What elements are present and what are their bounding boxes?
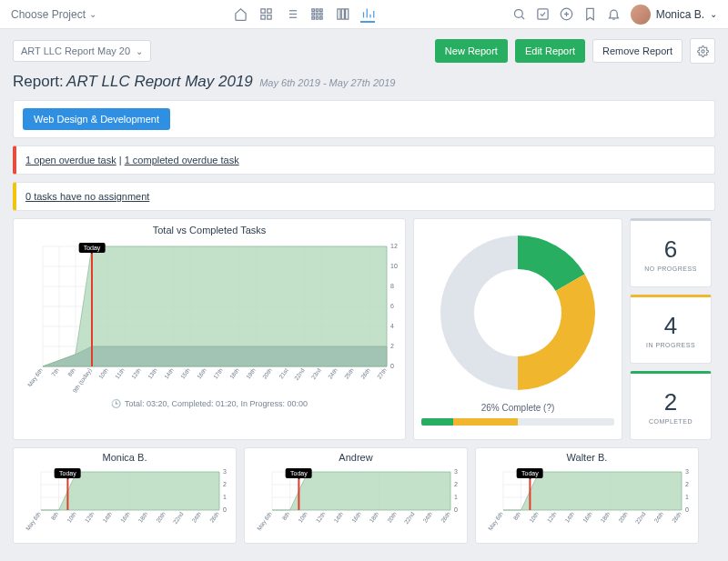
svg-text:23rd: 23rd xyxy=(310,366,322,380)
user-menu[interactable]: Monica B. ⌄ xyxy=(631,5,717,25)
svg-text:14th: 14th xyxy=(332,510,344,524)
svg-text:0: 0 xyxy=(454,506,458,513)
svg-text:12: 12 xyxy=(390,243,398,249)
today-badge: Today xyxy=(55,468,81,478)
chart-icon[interactable] xyxy=(360,8,375,23)
chart-footer: 🕒Total: 03:20, Completed: 01:20, In Prog… xyxy=(21,399,398,408)
report-title: Report: ART LLC Report May 2019 May 6th … xyxy=(13,73,715,91)
toolbar: ART LLC Report May 20 ⌄ New Report Edit … xyxy=(13,38,715,64)
svg-text:8th: 8th xyxy=(511,510,521,521)
no-assignment-link[interactable]: 0 tasks have no assignment xyxy=(25,191,149,202)
remove-report-button[interactable]: Remove Report xyxy=(592,39,682,63)
bookmark-icon[interactable] xyxy=(583,7,598,22)
svg-text:1: 1 xyxy=(685,494,689,500)
home-icon[interactable] xyxy=(233,7,248,22)
new-report-button[interactable]: New Report xyxy=(435,39,508,63)
svg-rect-14 xyxy=(316,13,318,15)
svg-text:17th: 17th xyxy=(212,366,224,380)
columns-icon[interactable] xyxy=(335,7,349,22)
svg-text:3: 3 xyxy=(454,468,458,475)
svg-text:8th: 8th xyxy=(280,510,290,521)
list-icon[interactable] xyxy=(284,7,298,22)
chevron-down-icon: ⌄ xyxy=(89,9,96,19)
svg-text:18th: 18th xyxy=(599,510,611,524)
person-card: Monica B. 0123May 6th8th10th12th14th16th… xyxy=(13,447,237,544)
svg-text:24th: 24th xyxy=(421,510,433,524)
plus-icon[interactable] xyxy=(560,7,574,22)
svg-text:10: 10 xyxy=(390,263,398,269)
user-name: Monica B. xyxy=(656,8,704,21)
bell-icon[interactable] xyxy=(607,7,622,22)
svg-rect-2 xyxy=(261,15,265,19)
svg-text:2: 2 xyxy=(223,481,227,487)
svg-text:26th: 26th xyxy=(671,510,682,524)
svg-text:22nd: 22nd xyxy=(634,510,647,525)
svg-text:May 6th: May 6th xyxy=(25,510,43,532)
svg-text:13th: 13th xyxy=(147,366,158,380)
svg-rect-10 xyxy=(312,9,315,12)
people-row: Monica B. 0123May 6th8th10th12th14th16th… xyxy=(13,447,715,544)
svg-text:10th: 10th xyxy=(528,510,540,524)
svg-text:3: 3 xyxy=(223,468,227,475)
svg-text:18th: 18th xyxy=(368,510,379,524)
today-badge: Today xyxy=(517,468,543,478)
svg-text:3: 3 xyxy=(685,468,689,475)
svg-text:16th: 16th xyxy=(119,510,131,524)
gear-icon xyxy=(697,45,709,57)
svg-rect-3 xyxy=(268,15,271,19)
svg-text:18th: 18th xyxy=(136,510,148,524)
svg-text:12th: 12th xyxy=(84,510,96,524)
project-selector[interactable]: Choose Project ⌄ xyxy=(11,8,96,21)
svg-text:0: 0 xyxy=(223,506,227,513)
stat-card: 6 NO PROGRESS xyxy=(630,218,712,287)
no-assignment-alert: 0 tasks have no assignment xyxy=(13,182,715,211)
completion-donut: 26% Complete (?) xyxy=(413,218,622,440)
stat-number: 2 xyxy=(664,388,677,416)
svg-rect-15 xyxy=(319,13,322,15)
stats-column: 6 NO PROGRESS4 IN PROGRESS2 COMPLETED xyxy=(630,218,712,440)
stat-label: COMPLETED xyxy=(649,418,693,425)
svg-text:24th: 24th xyxy=(327,366,339,380)
svg-rect-20 xyxy=(341,9,344,19)
project-selector-label: Choose Project xyxy=(11,8,86,21)
filter-chip[interactable]: Web Design & Development xyxy=(23,108,170,130)
svg-rect-21 xyxy=(345,9,348,19)
svg-text:20th: 20th xyxy=(261,366,273,380)
svg-rect-11 xyxy=(316,9,318,12)
svg-text:10th: 10th xyxy=(66,510,77,524)
svg-text:14th: 14th xyxy=(563,510,575,524)
svg-text:20th: 20th xyxy=(617,510,629,524)
overdue-open-link[interactable]: 1 open overdue task xyxy=(25,155,116,165)
svg-text:12th: 12th xyxy=(315,510,327,524)
person-card: Andrew 0123May 6th8th10th12th14th16th18t… xyxy=(244,447,468,544)
svg-text:18th: 18th xyxy=(228,366,240,380)
settings-button[interactable] xyxy=(690,38,715,64)
report-selector-label: ART LLC Report May 20 xyxy=(21,45,130,56)
check-icon[interactable] xyxy=(536,7,551,22)
svg-text:24th: 24th xyxy=(190,510,202,524)
svg-text:21st: 21st xyxy=(278,366,289,379)
svg-text:4: 4 xyxy=(390,323,394,329)
svg-text:8th: 8th xyxy=(49,510,59,521)
report-selector[interactable]: ART LLC Report May 20 ⌄ xyxy=(13,40,151,62)
grid2-icon[interactable] xyxy=(309,7,324,22)
edit-report-button[interactable]: Edit Report xyxy=(515,39,585,63)
svg-text:May 6th: May 6th xyxy=(256,510,274,532)
svg-text:2: 2 xyxy=(685,481,689,487)
search-icon[interactable] xyxy=(512,7,527,22)
donut-progress-bar xyxy=(421,418,614,426)
person-name: Walter B. xyxy=(481,452,693,463)
svg-text:22nd: 22nd xyxy=(403,510,416,525)
svg-rect-28 xyxy=(538,9,548,19)
stat-number: 6 xyxy=(664,235,677,264)
svg-text:16th: 16th xyxy=(350,510,362,524)
svg-text:22nd: 22nd xyxy=(293,366,306,381)
clock-icon: 🕒 xyxy=(111,399,121,408)
svg-text:26th: 26th xyxy=(208,510,220,524)
grid-icon[interactable] xyxy=(258,7,273,22)
title-prefix: Report: xyxy=(13,73,64,90)
overdue-completed-link[interactable]: 1 completed overdue task xyxy=(125,155,239,165)
donut-caption: 26% Complete (?) xyxy=(481,403,555,413)
svg-text:2: 2 xyxy=(390,343,394,349)
svg-text:2: 2 xyxy=(454,481,458,487)
